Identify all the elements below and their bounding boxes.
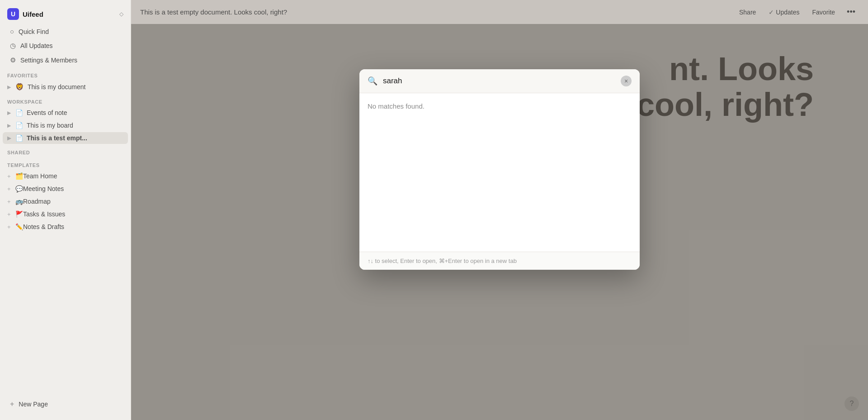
test-empty-label: This is a test empt... [27, 134, 123, 142]
section-templates-label: TEMPLATES [0, 157, 131, 170]
search-footer-hint: ↑↓ to select, Enter to open, ⌘+Enter to … [359, 252, 640, 270]
app-name: Uifeed [23, 10, 119, 18]
section-shared-label: SHARED [0, 144, 131, 157]
main-area: This is a test empty document. Looks coo… [131, 0, 868, 420]
roadmap-emoji: 🚌 [15, 198, 23, 205]
sidebar-item-my-document[interactable]: ▶ 🦁 This is my document [3, 81, 128, 93]
document-icon: 📄 [15, 109, 23, 116]
sidebar-item-notes-drafts[interactable]: + ✏️ Notes & Drafts [3, 221, 128, 233]
updates-label: Updates [776, 9, 799, 16]
no-matches-text: No matches found. [368, 102, 425, 110]
document-icon: 📄 [15, 122, 23, 129]
team-home-emoji: 🗂️ [15, 172, 23, 180]
sidebar-item-meeting-notes[interactable]: + 💬 Meeting Notes [3, 183, 128, 195]
plus-icon: + [7, 198, 15, 205]
my-document-label: This is my document [28, 83, 123, 91]
sidebar-item-events-of-note[interactable]: ▶ 📄 Events of note [3, 107, 128, 119]
section-workspace-label: WORKSPACE [0, 94, 131, 106]
expand-arrow-icon: ▶ [7, 123, 15, 129]
sidebar-item-quick-find-label: Quick Find [19, 28, 49, 35]
sidebar-item-all-updates[interactable]: ◷ All Updates [3, 39, 128, 52]
events-of-note-label: Events of note [27, 109, 123, 116]
sidebar-item-quick-find[interactable]: ○ Quick Find [3, 25, 128, 38]
sidebar-item-settings[interactable]: ⚙ Settings & Members [3, 53, 128, 67]
favorite-button[interactable]: Favorite [808, 7, 840, 18]
section-favorites-label: FAVORITES [0, 67, 131, 80]
doc-title-topbar: This is a test empty document. Looks coo… [140, 8, 735, 16]
plus-icon: + [10, 400, 14, 408]
sidebar-item-roadmap[interactable]: + 🚌 Roadmap [3, 196, 128, 207]
new-page-label: New Page [19, 401, 48, 408]
my-board-label: This is my board [27, 122, 123, 129]
plus-icon: + [7, 186, 15, 192]
sidebar: U Uifeed ◇ ○ Quick Find ◷ All Updates ⚙ … [0, 0, 131, 420]
search-clear-button[interactable]: × [621, 76, 632, 86]
close-icon: × [624, 77, 628, 85]
updates-button[interactable]: ✓ Updates [764, 7, 804, 18]
expand-arrow-icon: ▶ [7, 84, 15, 90]
notes-drafts-emoji: ✏️ [15, 223, 23, 230]
main-content: nt. Lookscool, right? 🔍 × No matches fou… [131, 24, 868, 420]
search-results-area: No matches found. [359, 93, 640, 252]
main-topbar: This is a test empty document. Looks coo… [131, 0, 868, 24]
sidebar-item-test-empty[interactable]: ▶ 📄 This is a test empt... [3, 132, 128, 144]
share-label: Share [739, 9, 756, 16]
topbar-actions: Share ✓ Updates Favorite ••• [735, 5, 859, 19]
search-input-row: 🔍 × [359, 69, 640, 93]
roadmap-label: Roadmap [23, 198, 51, 205]
sidebar-footer: + New Page [0, 394, 131, 415]
sidebar-item-all-updates-label: All Updates [20, 42, 53, 49]
app-logo: U [7, 8, 19, 20]
clock-icon: ◷ [10, 42, 16, 50]
tasks-issues-emoji: 🚩 [15, 210, 23, 218]
app-header[interactable]: U Uifeed ◇ [0, 5, 131, 23]
share-button[interactable]: Share [735, 7, 760, 18]
expand-arrow-icon: ▶ [7, 135, 15, 141]
plus-icon: + [7, 224, 15, 230]
sidebar-item-my-board[interactable]: ▶ 📄 This is my board [3, 119, 128, 131]
my-document-emoji: 🦁 [15, 83, 24, 91]
check-icon: ✓ [769, 9, 774, 16]
team-home-label: Team Home [23, 172, 57, 180]
expand-arrow-icon: ▶ [7, 110, 15, 116]
sidebar-item-tasks-issues[interactable]: + 🚩 Tasks & Issues [3, 208, 128, 220]
search-modal: 🔍 × No matches found. ↑↓ to select, Ente… [359, 69, 640, 270]
plus-icon: + [7, 173, 15, 180]
sidebar-item-team-home[interactable]: + 🗂️ Team Home [3, 170, 128, 182]
search-icon: ○ [10, 28, 14, 35]
meeting-notes-emoji: 💬 [15, 185, 23, 192]
document-icon: 📄 [15, 134, 23, 142]
sidebar-item-settings-label: Settings & Members [20, 57, 77, 64]
notes-drafts-label: Notes & Drafts [23, 223, 64, 230]
new-page-button[interactable]: + New Page [3, 396, 128, 413]
search-input[interactable] [383, 76, 621, 86]
chevron-down-icon: ◇ [119, 11, 123, 17]
more-options-button[interactable]: ••• [843, 5, 859, 19]
search-icon: 🔍 [368, 76, 377, 86]
tasks-issues-label: Tasks & Issues [23, 210, 65, 218]
search-modal-overlay: 🔍 × No matches found. ↑↓ to select, Ente… [131, 24, 868, 420]
gear-icon: ⚙ [10, 56, 16, 64]
plus-icon: + [7, 211, 15, 218]
meeting-notes-label: Meeting Notes [23, 185, 64, 192]
favorite-label: Favorite [812, 9, 835, 16]
